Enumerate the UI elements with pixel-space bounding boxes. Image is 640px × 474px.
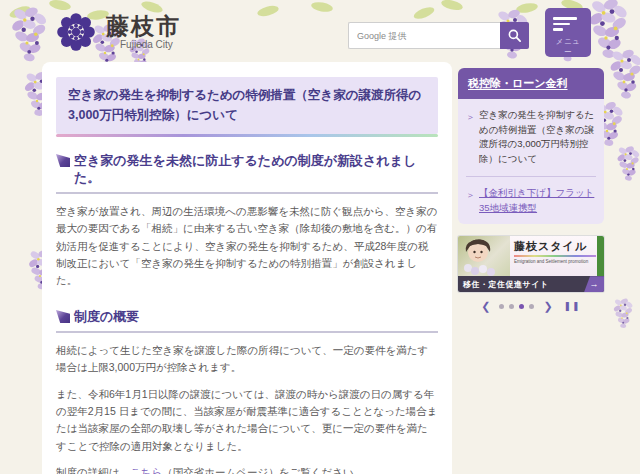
section-paragraph: また、令和6年1月1日以降の譲渡については、譲渡の時から譲渡の日の属する年の翌年…: [56, 386, 438, 456]
menu-button[interactable]: メニュー: [545, 8, 591, 57]
banner-text-area: 藤枝スタイル Emigration and Settlement promoti…: [510, 236, 604, 276]
sidebar-item-flat35[interactable]: ＞ 【金利引き下げ】フラット35地域連携型: [466, 176, 596, 215]
carousel-dot[interactable]: [499, 304, 504, 309]
triangle-flag-icon: [56, 310, 70, 323]
search-icon: [507, 28, 522, 43]
sidebar: 税控除・ローン金利 ＞ 空き家の発生を抑制するための特例措置（空き家の譲渡所得の…: [458, 62, 604, 312]
banner-title: 藤枝スタイル: [514, 239, 596, 254]
banner-photo-girl: [458, 236, 510, 276]
carousel-next-button[interactable]: ❯: [541, 301, 554, 312]
city-emblem-icon: [54, 10, 98, 54]
chevron-right-icon: ＞: [466, 111, 475, 167]
fujieda-style-banner[interactable]: 藤枝スタイル Emigration and Settlement promoti…: [458, 236, 604, 292]
sidebar-category-header[interactable]: 税控除・ローン金利: [458, 68, 604, 99]
city-logo[interactable]: 藤枝市 Fujieda City: [54, 10, 181, 54]
banner-green-stripe: [597, 236, 604, 276]
page-layout: 空き家の発生を抑制するための特例措置（空き家の譲渡所得の3,000万円特別控除）…: [0, 62, 640, 474]
city-name: 藤枝市: [106, 14, 181, 39]
triangle-flag-icon: [56, 154, 70, 167]
city-name-en: Fujieda City: [120, 39, 181, 50]
girl-photo-illustration: [458, 236, 510, 276]
carousel-dot[interactable]: [529, 304, 534, 309]
banner-caption-bar: 移住・定住促進サイト →: [458, 276, 604, 292]
menu-label: メニュー: [553, 37, 583, 57]
carousel-pause-button[interactable]: ❚❚: [562, 302, 583, 311]
carousel-dot-active[interactable]: [519, 304, 524, 309]
carousel-dots: [499, 304, 534, 309]
chevron-right-icon: ＞: [466, 189, 475, 215]
banner-rainbow-rule: [514, 255, 596, 257]
section-heading-text: 制度の概要: [74, 309, 139, 326]
site-header: 藤枝市 Fujieda City メニュー: [0, 0, 640, 62]
section-paragraph: 空き家が放置され、周辺の生活環境への悪影響を未然に防ぐ観点から、空き家の最大の要…: [56, 203, 438, 290]
link-prefix-text: 制度の詳細は、: [56, 466, 130, 474]
hamburger-icon: [553, 17, 577, 31]
sidebar-item-current-page[interactable]: ＞ 空き家の発生を抑制するための特例措置（空き家の譲渡所得の3,000万円特別控…: [466, 108, 596, 167]
carousel-dot[interactable]: [509, 304, 514, 309]
sidebar-item-label: 空き家の発生を抑制するための特例措置（空き家の譲渡所得の3,000万円特別控除）…: [479, 108, 596, 167]
banner-subtitle: Emigration and Settlement promotion: [514, 259, 596, 264]
section-paragraph-with-link: 制度の詳細は、こちら（国交省ホームページ）をご覧ください。: [56, 464, 438, 474]
section-paragraph: 相続によって生じた空き家を譲渡した際の所得について、一定の要件を満たす場合は上限…: [56, 342, 438, 377]
carousel-prev-button[interactable]: ❮: [479, 301, 492, 312]
main-content: 空き家の発生を抑制するための特例措置（空き家の譲渡所得の3,000万円特別控除）…: [42, 62, 452, 474]
banner-caption-text: 移住・定住促進サイト: [458, 279, 584, 290]
section-heading-text: 空き家の発生を未然に防止するための制度が新設されました。: [74, 153, 438, 187]
arrow-right-icon: →: [584, 276, 604, 292]
search-input[interactable]: [348, 22, 500, 49]
sidebar-nav-list: ＞ 空き家の発生を抑制するための特例措置（空き家の譲渡所得の3,000万円特別控…: [458, 99, 604, 224]
search-button[interactable]: [500, 22, 529, 49]
section-heading-overview: 制度の概要: [56, 309, 438, 333]
mlit-homepage-link[interactable]: こちら: [130, 466, 162, 474]
banner-image: 藤枝スタイル Emigration and Settlement promoti…: [458, 236, 604, 276]
search-bar: [348, 22, 529, 49]
section-heading-new-system: 空き家の発生を未然に防止するための制度が新設されました。: [56, 153, 438, 194]
sidebar-item-label: 【金利引き下げ】フラット35地域連携型: [479, 186, 596, 215]
sidebar-category-title: 税控除・ローン金利: [468, 77, 568, 89]
banner-carousel-controls: ❮ ❯ ❚❚: [458, 301, 604, 312]
page-title: 空き家の発生を抑制するための特例措置（空き家の譲渡所得の3,000万円特別控除）…: [56, 77, 438, 134]
link-suffix-text: （国交省ホームページ）をご覧ください。: [162, 466, 364, 474]
